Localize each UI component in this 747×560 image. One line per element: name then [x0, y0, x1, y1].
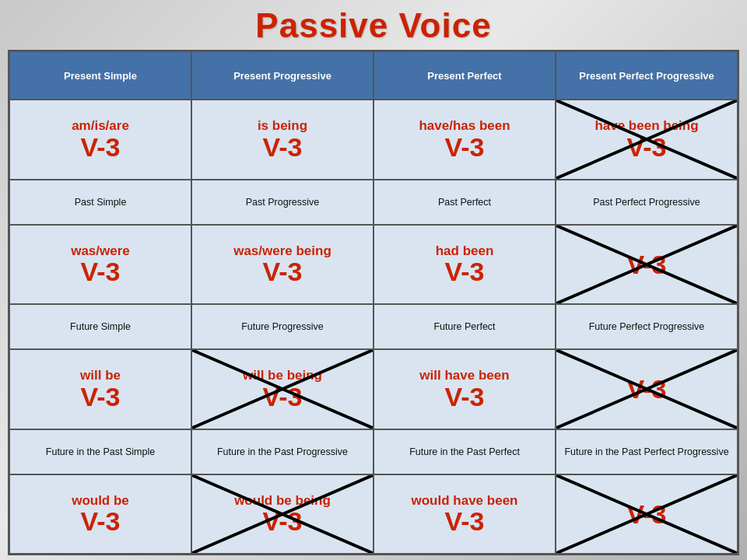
fitp-progressive-v3: V-3: [262, 508, 302, 534]
label-fitp-progressive: Future in the Past Progressive: [191, 429, 374, 474]
future-perfect-progressive-v3: V-3: [626, 376, 666, 402]
grammar-grid: Present Simple Present Progressive Prese…: [8, 50, 739, 555]
past-progressive-v3: V-3: [262, 258, 302, 285]
present-progressive-aux: is being: [258, 119, 307, 134]
future-progressive-aux: will be being: [243, 369, 322, 383]
future-progressive-v3: V-3: [262, 383, 302, 410]
future-simple-v3: V-3: [80, 383, 120, 410]
cell-past-simple: was/were V-3: [9, 225, 191, 304]
label-future-perfect: Future Perfect: [374, 304, 556, 349]
label-past-perfect: Past Perfect: [374, 180, 556, 225]
fitp-simple-v3: V-3: [80, 508, 120, 534]
present-perfect-progressive-v3: V-3: [626, 134, 666, 160]
past-perfect-v3: V-3: [444, 258, 484, 285]
label-future-progressive: Future Progressive: [191, 304, 374, 349]
present-perfect-aux: have/has been: [419, 119, 510, 134]
header-present-perfect-progressive: Present Perfect Progressive: [556, 51, 738, 100]
cell-future-perfect: will have been V-3: [374, 349, 556, 429]
present-progressive-v3: V-3: [262, 134, 302, 160]
past-perfect-progressive-v3: V-3: [626, 251, 666, 278]
cell-future-simple: will be V-3: [9, 349, 191, 429]
cell-past-perfect: had been V-3: [374, 225, 556, 304]
header-present-progressive: Present Progressive: [191, 51, 374, 100]
header-present-simple: Present Simple: [9, 51, 191, 100]
future-perfect-aux: will have been: [419, 369, 509, 383]
label-future-simple: Future Simple: [9, 304, 191, 349]
cell-present-perfect: have/has been V-3: [374, 100, 556, 179]
cell-past-progressive: was/were being V-3: [191, 225, 374, 304]
cell-future-perfect-progressive: V-3: [556, 349, 738, 429]
cell-fitp-progressive: would be being V-3: [191, 474, 374, 554]
cell-present-perfect-progressive: have been being V-3: [556, 100, 738, 179]
label-past-perfect-progressive: Past Perfect Progressive: [556, 180, 738, 225]
cell-fitp-perfect: would have been V-3: [374, 474, 556, 554]
label-past-simple: Past Simple: [9, 180, 191, 225]
fitp-perfect-progressive-v3: V-3: [626, 501, 666, 527]
label-past-progressive: Past Progressive: [191, 180, 374, 225]
label-fitp-simple: Future in the Past Simple: [9, 429, 191, 474]
page-title: Passive Voice: [255, 6, 491, 45]
cell-past-perfect-progressive: V-3: [556, 225, 738, 304]
cell-present-simple: am/is/are V-3: [9, 100, 191, 179]
page-wrapper: Passive Voice Present Simple Present Pro…: [0, 0, 747, 560]
fitp-perfect-v3: V-3: [444, 508, 484, 534]
label-fitp-perfect: Future in the Past Perfect: [374, 429, 556, 474]
present-simple-aux: am/is/are: [72, 119, 129, 134]
past-simple-v3: V-3: [80, 258, 120, 285]
header-present-perfect: Present Perfect: [374, 51, 556, 100]
present-simple-v3: V-3: [80, 134, 120, 160]
cell-fitp-perfect-progressive: V-3: [556, 474, 738, 554]
future-simple-aux: will be: [80, 369, 121, 383]
present-perfect-v3: V-3: [444, 134, 484, 160]
cell-present-progressive: is being V-3: [191, 100, 374, 179]
label-fitp-perfect-progressive: Future in the Past Perfect Progressive: [556, 429, 738, 474]
cell-fitp-simple: would be V-3: [9, 474, 191, 554]
present-perfect-progressive-aux: have been being: [594, 119, 698, 134]
future-perfect-v3: V-3: [444, 383, 484, 410]
cell-future-progressive: will be being V-3: [191, 349, 374, 429]
label-future-perfect-progressive: Future Perfect Progressive: [556, 304, 738, 349]
